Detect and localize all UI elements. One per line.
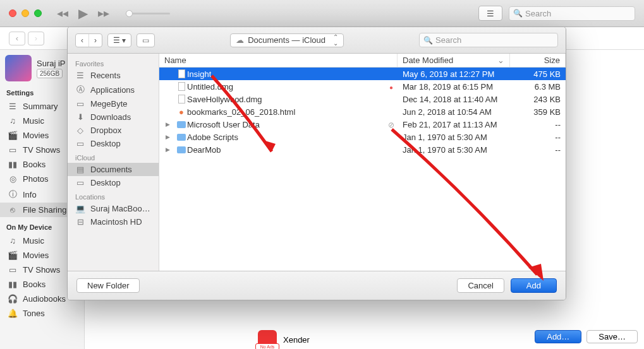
list-icon: ☰	[487, 9, 494, 18]
dropbox-icon: ◇	[75, 126, 85, 135]
music-icon: ♫	[8, 116, 18, 126]
search-placeholder: Search	[435, 35, 461, 45]
file-date: Mar 18, 2019 at 6:15 PM	[398, 82, 510, 92]
file-date: Dec 14, 2018 at 11:40 AM	[398, 95, 510, 104]
back-icon[interactable]: ‹	[76, 34, 89, 47]
device-name: Suraj iP	[37, 59, 66, 68]
recents-icon: ☰	[75, 71, 85, 80]
tag-icon: ⊘	[385, 120, 398, 129]
file-date: Jan 1, 1970 at 5:30 AM	[398, 133, 510, 142]
col-date[interactable]: Date Modified⌄	[398, 54, 510, 67]
disclosure-icon[interactable]: ▶	[159, 121, 176, 127]
sort-desc-icon: ⌄	[497, 56, 504, 65]
view-mode-button[interactable]: ☰ ▾	[107, 33, 131, 47]
forward-icon[interactable]: ›	[89, 34, 102, 47]
dialog-search-input[interactable]: 🔍 Search	[419, 33, 558, 47]
file-row[interactable]: ▶Microsoft User Data⊘Feb 21, 2017 at 11:…	[159, 118, 566, 131]
disclosure-icon[interactable]: ▶	[159, 146, 176, 153]
search-input[interactable]: 🔍 Search	[509, 6, 635, 21]
add-button[interactable]: Add	[511, 278, 557, 293]
file-row[interactable]: ▶DearMobJan 1, 1970 at 5:30 AM--	[159, 143, 566, 156]
music-icon: ♫	[8, 236, 18, 245]
add-file-button[interactable]: Add…	[535, 330, 581, 343]
prev-track-icon[interactable]: ◂◂	[52, 6, 73, 20]
file-date: May 6, 2019 at 12:27 PM	[398, 69, 510, 79]
sidebar-megebyte[interactable]: ▭MegeByte	[68, 97, 159, 110]
sidebar-recents[interactable]: ☰Recents	[68, 69, 159, 82]
col-name[interactable]: Name	[159, 54, 398, 67]
summary-icon: ☰	[8, 102, 18, 111]
file-row[interactable]: Untitled.dmg●Mar 18, 2019 at 6:15 PM6.3 …	[159, 80, 566, 93]
file-size: --	[510, 133, 566, 142]
file-row[interactable]: InsightMay 6, 2019 at 12:27 PM475 KB	[159, 68, 566, 80]
file-date: Jan 1, 1970 at 5:30 AM	[398, 145, 510, 155]
group-icon: ▭	[137, 34, 154, 47]
file-size: 359 KB	[510, 107, 566, 117]
sidebar-documents[interactable]: ▤Documents	[68, 163, 159, 176]
audiobooks-icon: 🎧	[8, 294, 18, 304]
disk-icon: ⊟	[75, 217, 85, 227]
search-placeholder: Search	[525, 9, 551, 18]
sidebar-applications[interactable]: ⒶApplications	[68, 82, 159, 97]
save-file-button[interactable]: Save…	[586, 330, 638, 343]
tag-icon: ●	[385, 82, 398, 92]
file-size: 6.3 MB	[510, 82, 566, 92]
nav-back-forward[interactable]: ‹ ›	[75, 33, 102, 47]
column-headers[interactable]: Name Date Modified⌄ Size	[159, 54, 566, 68]
window-controls	[9, 9, 42, 17]
volume-slider[interactable]	[126, 13, 170, 15]
play-icon[interactable]: ▶	[73, 6, 93, 21]
location-label: Documents — iCloud	[248, 35, 325, 45]
file-date: Jun 2, 2018 at 10:54 AM	[398, 107, 510, 117]
file-date: Feb 21, 2017 at 11:13 AM	[398, 120, 510, 129]
books-icon: ▮▮	[8, 280, 18, 289]
search-icon: 🔍	[513, 9, 523, 18]
folder-icon	[177, 146, 186, 153]
list-view-button[interactable]: ☰	[478, 6, 502, 21]
folder-icon: ▭	[75, 99, 85, 109]
file-open-dialog: ‹ › ☰ ▾ ▭ ☁ Documents — iCloud ⌃⌄ 🔍 Sear…	[67, 27, 566, 300]
sidebar-desktop2[interactable]: ▭Desktop	[68, 176, 159, 189]
file-name: Adobe Scripts	[187, 133, 385, 142]
file-icon	[178, 82, 185, 91]
file-row[interactable]: ▶Adobe ScriptsJan 1, 1970 at 5:30 AM--	[159, 131, 566, 143]
movies-icon: 🎬	[8, 251, 18, 260]
app-name: Xender	[283, 335, 310, 345]
next-track-icon[interactable]: ▸▸	[93, 6, 114, 20]
file-row[interactable]: SaveHollywood.dmgDec 14, 2018 at 11:40 A…	[159, 93, 566, 105]
sidebar-downloads[interactable]: ⬇Downloads	[68, 110, 159, 124]
minimize-icon[interactable]	[21, 9, 29, 17]
list-icon: ☰ ▾	[108, 34, 131, 47]
back-button[interactable]: ‹	[9, 32, 25, 45]
disclosure-icon[interactable]: ▶	[159, 134, 176, 140]
sidebar-desktop[interactable]: ▭Desktop	[68, 137, 159, 150]
file-list: Name Date Modified⌄ Size InsightMay 6, 2…	[159, 54, 566, 271]
file-row[interactable]: ●bookmarks_02_06_2018.htmlJun 2, 2018 at…	[159, 105, 566, 118]
storage-badge: 256GB	[37, 69, 63, 78]
sidebar-section: Favorites	[68, 56, 159, 69]
sidebar-item-tones[interactable]: 🔔Tones	[0, 306, 84, 321]
close-icon[interactable]	[9, 9, 16, 17]
sidebar-dropbox[interactable]: ◇Dropbox	[68, 124, 159, 137]
file-name: SaveHollywood.dmg	[187, 95, 385, 104]
file-name: Microsoft User Data	[187, 120, 385, 129]
file-size: 475 KB	[510, 69, 566, 79]
maximize-icon[interactable]	[34, 9, 42, 17]
documents-icon: ▤	[75, 165, 85, 174]
col-size[interactable]: Size	[510, 54, 566, 67]
desktop-icon: ▭	[75, 178, 85, 187]
file-name: Untitled.dmg	[187, 82, 385, 92]
cloud-icon: ☁	[236, 35, 244, 45]
cancel-button[interactable]: Cancel	[457, 278, 504, 293]
sidebar-macbook[interactable]: 💻Suraj MacBoo…	[68, 202, 159, 215]
group-button[interactable]: ▭	[137, 33, 155, 47]
dialog-toolbar: ‹ › ☰ ▾ ▭ ☁ Documents — iCloud ⌃⌄ 🔍 Sear…	[68, 27, 566, 54]
location-dropdown[interactable]: ☁ Documents — iCloud ⌃⌄	[230, 33, 344, 47]
sidebar-section: iCloud	[68, 150, 159, 163]
sidebar-macintosh-hd[interactable]: ⊟Macintosh HD	[68, 215, 159, 228]
search-icon: 🔍	[423, 36, 433, 45]
html-file-icon: ●	[179, 107, 184, 117]
new-folder-button[interactable]: New Folder	[76, 278, 140, 293]
forward-button[interactable]: ›	[28, 32, 44, 45]
laptop-icon: 💻	[75, 204, 85, 213]
